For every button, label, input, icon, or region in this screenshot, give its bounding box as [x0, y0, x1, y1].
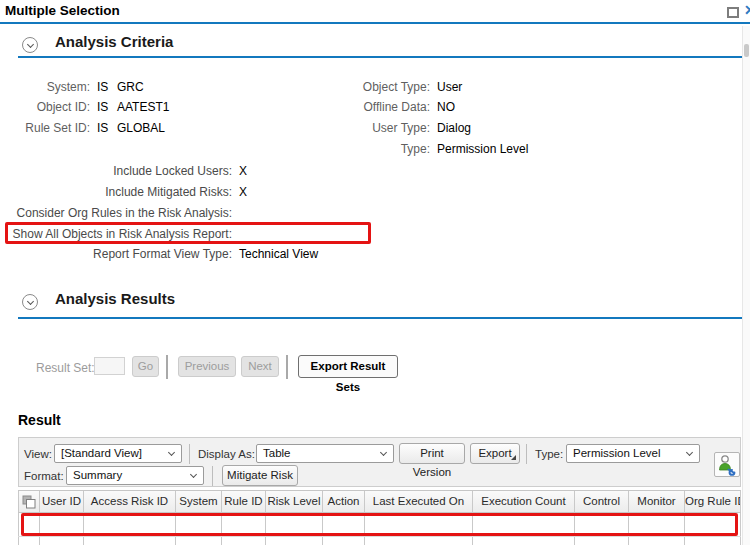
format-dropdown-value: Summary — [73, 469, 122, 481]
field-prefix: IS — [97, 121, 117, 135]
field-system: System:ISGRC — [5, 80, 144, 96]
section-divider — [18, 56, 750, 58]
field-label: System: — [5, 80, 90, 94]
field-user-type: User Type:Dialog — [355, 121, 471, 137]
chevron-down-icon — [168, 449, 175, 456]
field-label: Consider Org Rules in the Risk Analysis: — [0, 206, 232, 220]
column-header-monitor[interactable]: Monitor — [629, 491, 685, 512]
field-prefix: IS — [97, 80, 117, 94]
multiple-selection-window: Multiple Selection ✕ Analysis Criteria S… — [0, 0, 750, 545]
field-label: Report Format View Type: — [0, 247, 232, 261]
format-label: Format: — [24, 470, 64, 482]
person-settings-icon — [715, 453, 739, 476]
separator — [212, 466, 213, 486]
previous-button[interactable]: Previous — [178, 356, 236, 377]
close-icon[interactable]: ✕ — [744, 2, 750, 18]
field-value: Permission Level — [437, 142, 528, 156]
separator — [286, 355, 288, 379]
table-row — [18, 537, 741, 545]
column-header-access-risk-id[interactable]: Access Risk ID — [84, 491, 176, 512]
go-button[interactable]: Go — [132, 356, 159, 377]
chevron-down-icon — [26, 298, 33, 305]
highlight-box-show-all-objects — [5, 222, 371, 244]
column-header-user-id[interactable]: User ID — [40, 491, 84, 512]
field-consider-org-rules: Consider Org Rules in the Risk Analysis: — [0, 206, 239, 222]
export-button-label: Export — [478, 447, 511, 459]
export-result-sets-button[interactable]: Export Result Sets — [298, 355, 398, 378]
separator — [189, 444, 190, 464]
type-dropdown[interactable]: Permission Level — [566, 444, 700, 463]
column-header-org-rule-id[interactable]: Org Rule ID — [685, 491, 741, 512]
column-header-control[interactable]: Control — [575, 491, 629, 512]
field-include-locked-users: Include Locked Users:X — [0, 164, 247, 180]
field-value: GLOBAL — [117, 121, 165, 135]
section-divider — [18, 317, 750, 319]
chevron-down-icon — [686, 449, 693, 456]
column-header-rule-id[interactable]: Rule ID — [222, 491, 266, 512]
column-header-risk-level[interactable]: Risk Level — [266, 491, 323, 512]
next-button[interactable]: Next — [241, 356, 279, 377]
print-version-button[interactable]: Print Version — [399, 443, 465, 464]
field-value: AATEST1 — [117, 100, 169, 114]
scrollbar-track — [742, 26, 750, 545]
result-heading: Result — [18, 412, 61, 428]
analysis-results-heading: Analysis Results — [55, 290, 175, 307]
chevron-down-icon — [26, 41, 33, 48]
chevron-down-icon — [190, 471, 197, 478]
type-label: Type: — [535, 448, 563, 460]
type-dropdown-value: Permission Level — [573, 447, 661, 459]
field-label: Type: — [355, 142, 430, 156]
field-label: Include Locked Users: — [0, 164, 232, 178]
export-button[interactable]: Export — [470, 443, 520, 464]
field-prefix: IS — [97, 100, 117, 114]
title-divider — [0, 22, 750, 24]
result-set-input[interactable] — [94, 357, 125, 375]
separator — [526, 444, 527, 464]
display-as-label: Display As: — [198, 448, 255, 460]
field-value: GRC — [117, 80, 144, 94]
select-all-header-cell[interactable] — [18, 491, 40, 512]
collapse-analysis-criteria-button[interactable] — [22, 37, 38, 53]
chevron-down-icon — [380, 449, 387, 456]
select-all-icon — [22, 495, 36, 509]
maximize-icon[interactable] — [727, 7, 739, 18]
result-set-label: Result Set: — [36, 361, 95, 375]
analysis-criteria-heading: Analysis Criteria — [55, 33, 173, 50]
display-as-dropdown[interactable]: Table — [256, 444, 394, 463]
highlight-box-empty-result-row — [21, 513, 738, 536]
view-dropdown-value: [Standard View] — [61, 447, 142, 459]
mitigate-risk-button[interactable]: Mitigate Risk — [222, 465, 298, 486]
field-label: Include Mitigated Risks: — [0, 185, 232, 199]
field-report-format-view-type: Report Format View Type:Technical View — [0, 247, 318, 263]
format-dropdown[interactable]: Summary — [66, 466, 204, 485]
page-title: Multiple Selection — [5, 3, 120, 18]
field-object-id: Object ID:ISAATEST1 — [5, 100, 169, 116]
field-value: NO — [437, 100, 455, 114]
field-label: User Type: — [355, 121, 430, 135]
field-include-mitigated-risks: Include Mitigated Risks:X — [0, 185, 247, 201]
field-offline-data: Offline Data:NO — [355, 100, 455, 116]
column-header-execution-count[interactable]: Execution Count — [473, 491, 575, 512]
column-header-system[interactable]: System — [176, 491, 222, 512]
view-label: View: — [24, 448, 52, 460]
field-label: Object ID: — [5, 100, 90, 114]
field-object-type: Object Type:User — [355, 80, 462, 96]
personalize-button[interactable] — [714, 452, 740, 477]
row-selector-cell[interactable] — [18, 537, 40, 545]
menu-arrow-icon — [511, 455, 516, 460]
field-value: Dialog — [437, 121, 471, 135]
field-value: User — [437, 80, 462, 94]
view-dropdown[interactable]: [Standard View] — [54, 444, 182, 463]
field-value: X — [239, 185, 247, 199]
field-label: Object Type: — [355, 80, 430, 94]
field-rule-set-id: Rule Set ID:ISGLOBAL — [5, 121, 165, 137]
field-type: Type:Permission Level — [355, 142, 528, 158]
field-label: Rule Set ID: — [5, 121, 90, 135]
separator — [166, 355, 168, 379]
field-value: Technical View — [239, 247, 318, 261]
column-header-action[interactable]: Action — [323, 491, 365, 512]
collapse-analysis-results-button[interactable] — [22, 294, 38, 310]
field-label: Offline Data: — [355, 100, 430, 114]
column-header-last-executed-on[interactable]: Last Executed On — [365, 491, 473, 512]
scrollbar-thumb[interactable] — [744, 44, 749, 57]
